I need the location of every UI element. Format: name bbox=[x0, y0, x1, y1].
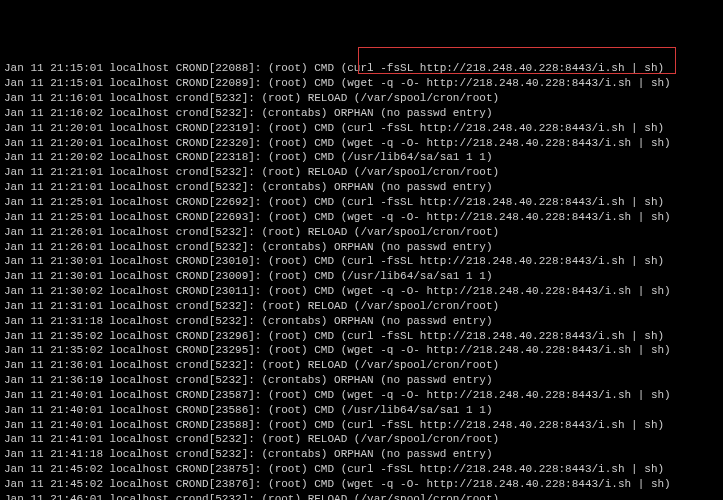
log-line: Jan 11 21:21:01 localhost crond[5232]: (… bbox=[4, 165, 719, 180]
log-line: Jan 11 21:30:01 localhost CROND[23010]: … bbox=[4, 254, 719, 269]
log-line: Jan 11 21:21:01 localhost crond[5232]: (… bbox=[4, 180, 719, 195]
log-line: Jan 11 21:16:02 localhost crond[5232]: (… bbox=[4, 106, 719, 121]
log-line: Jan 11 21:25:01 localhost CROND[22692]: … bbox=[4, 195, 719, 210]
terminal-log-output: Jan 11 21:15:01 localhost CROND[22088]: … bbox=[4, 61, 719, 500]
log-line: Jan 11 21:30:02 localhost CROND[23011]: … bbox=[4, 284, 719, 299]
log-line: Jan 11 21:36:19 localhost crond[5232]: (… bbox=[4, 373, 719, 388]
log-line: Jan 11 21:20:01 localhost CROND[22319]: … bbox=[4, 121, 719, 136]
log-line: Jan 11 21:40:01 localhost CROND[23586]: … bbox=[4, 403, 719, 418]
log-line: Jan 11 21:15:01 localhost CROND[22088]: … bbox=[4, 61, 719, 76]
log-line: Jan 11 21:25:01 localhost CROND[22693]: … bbox=[4, 210, 719, 225]
log-line: Jan 11 21:46:01 localhost crond[5232]: (… bbox=[4, 492, 719, 500]
log-line: Jan 11 21:15:01 localhost CROND[22089]: … bbox=[4, 76, 719, 91]
log-line: Jan 11 21:35:02 localhost CROND[23295]: … bbox=[4, 343, 719, 358]
log-line: Jan 11 21:41:01 localhost crond[5232]: (… bbox=[4, 432, 719, 447]
log-line: Jan 11 21:20:01 localhost CROND[22320]: … bbox=[4, 136, 719, 151]
log-line: Jan 11 21:30:01 localhost CROND[23009]: … bbox=[4, 269, 719, 284]
log-line: Jan 11 21:41:18 localhost crond[5232]: (… bbox=[4, 447, 719, 462]
log-line: Jan 11 21:31:01 localhost crond[5232]: (… bbox=[4, 299, 719, 314]
log-line: Jan 11 21:20:02 localhost CROND[22318]: … bbox=[4, 150, 719, 165]
log-line: Jan 11 21:26:01 localhost crond[5232]: (… bbox=[4, 225, 719, 240]
log-line: Jan 11 21:40:01 localhost CROND[23587]: … bbox=[4, 388, 719, 403]
log-line: Jan 11 21:45:02 localhost CROND[23876]: … bbox=[4, 477, 719, 492]
log-line: Jan 11 21:45:02 localhost CROND[23875]: … bbox=[4, 462, 719, 477]
log-line: Jan 11 21:35:02 localhost CROND[23296]: … bbox=[4, 329, 719, 344]
log-line: Jan 11 21:36:01 localhost crond[5232]: (… bbox=[4, 358, 719, 373]
log-line: Jan 11 21:40:01 localhost CROND[23588]: … bbox=[4, 418, 719, 433]
log-line: Jan 11 21:26:01 localhost crond[5232]: (… bbox=[4, 240, 719, 255]
log-line: Jan 11 21:16:01 localhost crond[5232]: (… bbox=[4, 91, 719, 106]
log-line: Jan 11 21:31:18 localhost crond[5232]: (… bbox=[4, 314, 719, 329]
